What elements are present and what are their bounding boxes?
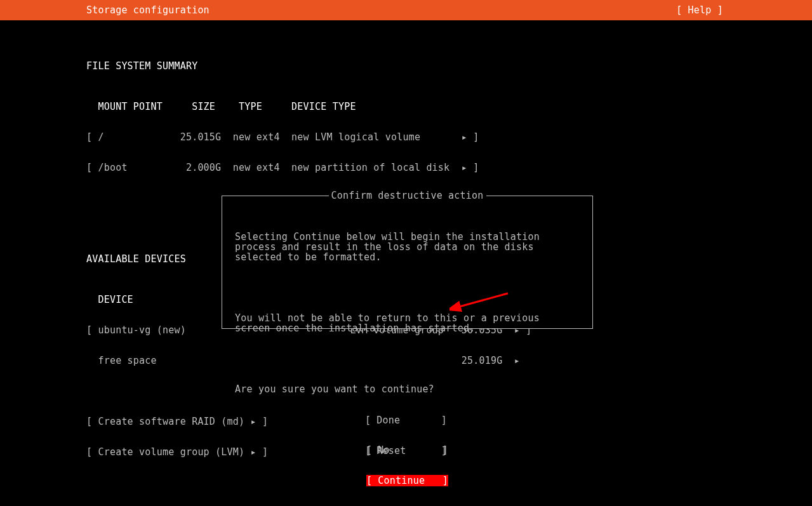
no-button[interactable]: [ No ] (235, 445, 580, 455)
dialog-text: You will not be able to return to this o… (235, 313, 580, 333)
help-button[interactable]: [ Help ] (676, 5, 723, 15)
fs-summary-columns: MOUNT POINT SIZE TYPE DEVICE TYPE (86, 102, 812, 112)
fs-summary-row[interactable]: [ / 25.015G new ext4 new LVM logical vol… (86, 132, 812, 142)
fs-summary-row[interactable]: [ /boot 2.000G new ext4 new partition of… (86, 163, 812, 173)
page-title: Storage configuration (86, 5, 210, 15)
dialog-text: Selecting Continue below will begin the … (235, 232, 580, 262)
fs-summary-title: FILE SYSTEM SUMMARY (86, 61, 812, 71)
dialog-body: Selecting Continue below will begin the … (235, 211, 580, 415)
dialog-buttons: [ No ] [ Continue ] (235, 425, 580, 506)
continue-button[interactable]: [ Continue ] (366, 475, 448, 486)
header-bar: Storage configuration [ Help ] (0, 0, 812, 20)
done-button[interactable]: [ Done ] (0, 415, 812, 425)
dialog-title: Confirm destructive action (222, 190, 592, 201)
confirm-dialog: Confirm destructive action Selecting Con… (222, 196, 593, 329)
dialog-text: Are you sure you want to continue? (235, 384, 580, 394)
